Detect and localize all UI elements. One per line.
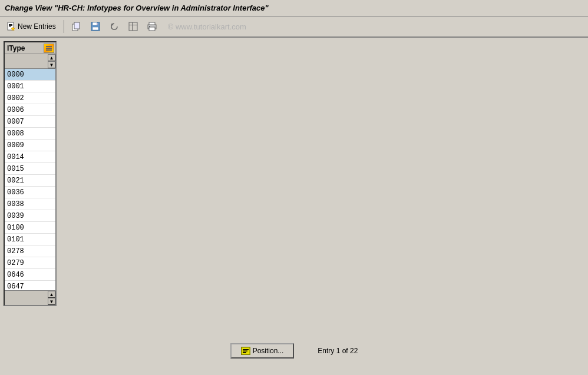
table-row[interactable]: 0646 <box>5 269 55 281</box>
itype-cell: 0000 <box>7 71 24 79</box>
table-row[interactable]: 0001 <box>5 81 55 92</box>
copy-button[interactable] <box>69 20 84 33</box>
itype-cell: 0038 <box>7 200 24 208</box>
save-button[interactable] <box>88 20 103 33</box>
toolbar: New Entries <box>0 16 588 38</box>
table-row[interactable]: 0009 <box>5 140 55 151</box>
scroll-down-button-top[interactable]: ▼ <box>48 61 55 68</box>
itype-cell: 0101 <box>7 235 24 244</box>
itype-cell: 0014 <box>7 153 24 161</box>
svg-rect-23 <box>243 349 249 350</box>
toolbar-separator-1 <box>64 20 64 33</box>
itype-cell: 0646 <box>7 271 24 279</box>
table-row[interactable]: 0100 <box>5 222 55 234</box>
column-settings-icon[interactable] <box>44 44 54 53</box>
print-button[interactable] <box>144 20 160 33</box>
svg-rect-20 <box>46 48 52 49</box>
itype-cell: 0039 <box>7 212 24 220</box>
itype-cell: 0036 <box>7 188 24 197</box>
table-row[interactable]: 0039 <box>5 210 55 222</box>
table-row[interactable]: 0006 <box>5 104 55 116</box>
svg-rect-6 <box>74 22 80 29</box>
itype-table: IType ▲ ▼ 000000010002000600070008000900… <box>4 41 57 306</box>
svg-rect-2 <box>9 25 12 26</box>
new-entries-button[interactable]: New Entries <box>4 20 59 33</box>
table-body[interactable]: 0000000100020006000700080009001400150021… <box>5 69 55 290</box>
itype-cell: 0009 <box>7 141 24 150</box>
table-icon <box>128 22 138 31</box>
scroll-up-button[interactable]: ▲ <box>48 54 55 61</box>
title-text: Change View "HR-CH: Infotypes for Overvi… <box>5 4 269 12</box>
table-row[interactable]: 0021 <box>5 175 55 187</box>
svg-rect-24 <box>243 351 247 352</box>
svg-rect-12 <box>129 22 137 31</box>
svg-rect-9 <box>93 27 98 30</box>
itype-cell: 0647 <box>7 283 24 291</box>
itype-cell: 0100 <box>7 224 24 232</box>
table-row[interactable]: 0015 <box>5 163 55 175</box>
position-button[interactable]: Position... <box>230 343 295 359</box>
print-icon <box>147 22 157 31</box>
svg-rect-14 <box>132 22 133 31</box>
itype-cell: 0007 <box>7 118 24 126</box>
entry-info: Entry 1 of 22 <box>318 347 358 355</box>
save-icon <box>91 22 100 31</box>
watermark-text: © www.tutorialkart.com <box>168 22 246 31</box>
table-row[interactable]: 0002 <box>5 92 55 104</box>
svg-rect-13 <box>129 25 137 25</box>
table-row[interactable]: 0278 <box>5 245 55 257</box>
itype-cell: 0002 <box>7 94 24 102</box>
copy-icon <box>72 22 81 31</box>
main-content: IType ▲ ▼ 000000010002000600070008000900… <box>0 38 588 354</box>
itype-cell: 0279 <box>7 259 24 267</box>
svg-rect-21 <box>46 49 52 51</box>
scroll-up-button-bottom[interactable]: ▲ <box>48 291 55 298</box>
table-row[interactable]: 0007 <box>5 116 55 128</box>
undo-button[interactable] <box>107 20 122 33</box>
table-row[interactable]: 0036 <box>5 187 55 198</box>
new-entries-icon <box>6 22 16 31</box>
itype-cell: 0001 <box>7 82 24 91</box>
itype-cell: 0278 <box>7 247 24 255</box>
itype-cell: 0021 <box>7 177 24 185</box>
new-entries-label: New Entries <box>18 22 56 31</box>
svg-rect-25 <box>243 352 246 353</box>
itype-cell: 0006 <box>7 106 24 114</box>
undo-icon <box>110 22 119 31</box>
svg-rect-8 <box>93 22 97 25</box>
svg-rect-10 <box>97 23 98 25</box>
svg-rect-3 <box>9 26 11 27</box>
table-row[interactable]: 0038 <box>5 198 55 210</box>
svg-rect-17 <box>149 27 155 31</box>
table-row[interactable]: 0647 <box>5 281 55 290</box>
table-row[interactable]: 0101 <box>5 234 55 245</box>
position-icon <box>241 347 250 355</box>
svg-rect-1 <box>9 24 12 25</box>
scroll-down-button[interactable]: ▼ <box>48 298 55 305</box>
title-bar: Change View "HR-CH: Infotypes for Overvi… <box>0 0 588 16</box>
table-row[interactable]: 0000 <box>5 69 55 81</box>
itype-cell: 0015 <box>7 165 24 173</box>
itype-cell: 0008 <box>7 130 24 138</box>
bottom-bar: Position... Entry 1 of 22 <box>0 339 588 363</box>
table-row[interactable]: 0008 <box>5 128 55 140</box>
position-label: Position... <box>253 347 284 355</box>
table-header: IType <box>5 42 55 54</box>
table-button[interactable] <box>125 20 141 33</box>
svg-rect-19 <box>46 46 52 47</box>
table-row[interactable]: 0014 <box>5 151 55 163</box>
svg-rect-18 <box>149 26 150 26</box>
table-row[interactable]: 0279 <box>5 257 55 269</box>
itype-column-header: IType <box>6 44 44 52</box>
